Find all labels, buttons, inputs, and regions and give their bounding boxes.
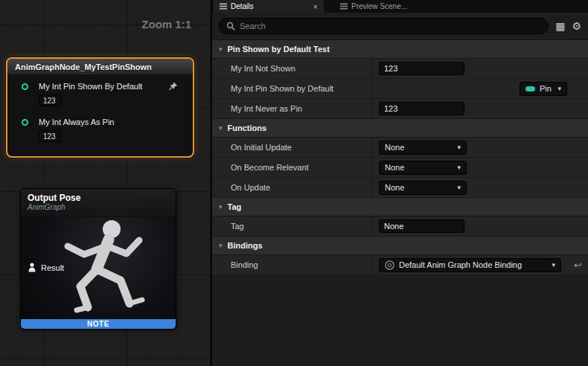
tab-details-label: Details [231, 2, 254, 10]
section-header-pin-shown[interactable]: ▾ Pin Shown by Default Test [212, 40, 588, 59]
zoom-indicator: Zoom 1:1 [141, 18, 191, 30]
function-dropdown[interactable]: None ▾ [379, 141, 467, 155]
section-title: Functions [228, 123, 267, 132]
chevron-down-icon[interactable]: ▾ [219, 203, 223, 211]
property-row-my-int-never-as-pin: My Int Never as Pin [212, 99, 588, 119]
chevron-down-icon: ▾ [457, 144, 461, 151]
function-dropdown[interactable]: None ▾ [379, 181, 467, 195]
chevron-down-icon: ▾ [557, 85, 561, 92]
preview-scene-tab-icon [340, 3, 348, 10]
output-node-header[interactable]: Output Pose AnimGraph [21, 189, 176, 217]
binding-value: Default Anim Graph Node Binding [399, 260, 522, 269]
details-empty-area [212, 275, 588, 366]
test-node-body: My Int Pin Shown By Default 123 My Int A… [7, 75, 193, 156]
property-label: Binding [212, 255, 372, 274]
property-label: My Int Not Shown [212, 59, 372, 78]
tab-close-icon[interactable]: × [313, 3, 318, 10]
result-pin[interactable]: Result [28, 263, 64, 272]
panel-tab-bar: Details × Preview Scene... [212, 0, 588, 13]
chevron-down-icon: ▾ [457, 164, 461, 171]
dropdown-value: None [385, 163, 404, 172]
property-label: On Initial Update [212, 138, 372, 157]
property-row-my-int-pin-shown-by-default: My Int Pin Shown by Default Pin ▾ [212, 79, 588, 99]
search-icon [226, 22, 235, 30]
binding-dropdown[interactable]: Default Anim Graph Node Binding ▾ [379, 258, 561, 272]
property-value-cell [372, 216, 588, 236]
property-value-cell: None ▾ [372, 158, 588, 177]
int-pin-icon[interactable] [22, 83, 28, 90]
details-panel: Details × Preview Scene... ▦ [212, 0, 588, 366]
anim-graph-test-node[interactable]: AnimGraphNode_MyTestPinShown My Int Pin … [6, 57, 194, 158]
section-title: Tag [228, 202, 242, 211]
tab-preview-scene-label: Preview Scene... [351, 2, 407, 10]
search-input[interactable] [240, 22, 541, 30]
section-header-functions[interactable]: ▾ Functions [212, 119, 588, 138]
pin-thumbtack-icon[interactable] [168, 82, 178, 92]
details-tab-icon [220, 3, 227, 10]
property-row-binding: Binding Default Anim Graph Node Binding … [212, 255, 588, 275]
property-label: My Int Never as Pin [212, 99, 372, 118]
chevron-down-icon: ▾ [457, 184, 461, 191]
property-value-cell: Default Anim Graph Node Binding ▾ ↩ [372, 255, 588, 274]
pin-mode-dropdown[interactable]: Pin ▾ [520, 82, 567, 96]
graph-pin-row: My Int Always As Pin 123 [15, 118, 185, 142]
property-row-on-update: On Update None ▾ [212, 178, 588, 198]
graph-editor-canvas[interactable]: Zoom 1:1 AnimGraphNode_MyTestPinShown My… [0, 0, 212, 366]
section-header-tag[interactable]: ▾ Tag [212, 198, 588, 216]
property-row-tag: Tag [212, 216, 588, 237]
pin-label: My Int Pin Shown By Default [39, 82, 185, 92]
settings-gear-icon[interactable]: ⚙ [572, 21, 581, 31]
section-title: Pin Shown by Default Test [228, 45, 330, 54]
test-node-title[interactable]: AnimGraphNode_MyTestPinShown [7, 59, 193, 75]
binding-class-icon [385, 260, 394, 270]
property-label: On Become Relevant [212, 158, 372, 177]
property-value-cell: None ▾ [372, 138, 588, 157]
anim-blueprint-editor: Zoom 1:1 AnimGraphNode_MyTestPinShown My… [0, 0, 588, 366]
property-label: Tag [212, 216, 372, 236]
property-value-cell [372, 99, 588, 118]
property-label: On Update [212, 178, 372, 197]
details-toolbar: ▦ ⚙ [212, 13, 588, 40]
output-node-title: Output Pose [28, 193, 169, 203]
tag-input[interactable] [379, 219, 464, 233]
property-value-cell: None ▾ [372, 178, 588, 197]
graph-pin-row: My Int Pin Shown By Default 123 [15, 82, 185, 106]
property-row-my-int-not-shown: My Int Not Shown [212, 59, 588, 79]
property-value-cell [372, 59, 588, 78]
note-bar[interactable]: NOTE [21, 319, 176, 329]
pin-value-box[interactable]: 123 [39, 94, 61, 106]
int-value-input[interactable] [379, 102, 464, 115]
search-box[interactable] [219, 18, 549, 34]
dropdown-value: None [385, 143, 404, 152]
tab-details[interactable]: Details × [214, 0, 324, 13]
chevron-down-icon[interactable]: ▾ [219, 242, 223, 249]
revert-binding-icon[interactable]: ↩ [574, 260, 582, 270]
property-row-on-become-relevant: On Become Relevant None ▾ [212, 158, 588, 178]
pin-connector-icon [525, 86, 535, 92]
property-row-on-initial-update: On Initial Update None ▾ [212, 138, 588, 158]
tab-preview-scene[interactable]: Preview Scene... [334, 0, 413, 13]
pin-mode-value: Pin [540, 84, 552, 93]
chevron-down-icon[interactable]: ▾ [219, 45, 223, 53]
output-pose-node[interactable]: Output Pose AnimGraph Result NOTE [20, 188, 176, 330]
chevron-down-icon: ▾ [552, 261, 555, 269]
pin-value-box[interactable]: 123 [39, 130, 61, 142]
display-options-icon[interactable]: ▦ [555, 21, 565, 31]
pose-person-icon [28, 263, 36, 272]
output-node-subtitle: AnimGraph [28, 203, 169, 212]
function-dropdown[interactable]: None ▾ [379, 161, 467, 175]
section-header-bindings[interactable]: ▾ Bindings [212, 237, 588, 255]
property-value-cell: Pin ▾ [372, 79, 588, 98]
property-label: My Int Pin Shown by Default [212, 79, 372, 98]
dropdown-value: None [385, 183, 404, 192]
section-title: Bindings [228, 241, 263, 250]
int-value-input[interactable] [379, 62, 464, 75]
result-pin-label: Result [41, 263, 64, 272]
int-pin-icon[interactable] [22, 119, 28, 126]
chevron-down-icon[interactable]: ▾ [219, 124, 223, 132]
pin-label: My Int Always As Pin [39, 118, 185, 127]
